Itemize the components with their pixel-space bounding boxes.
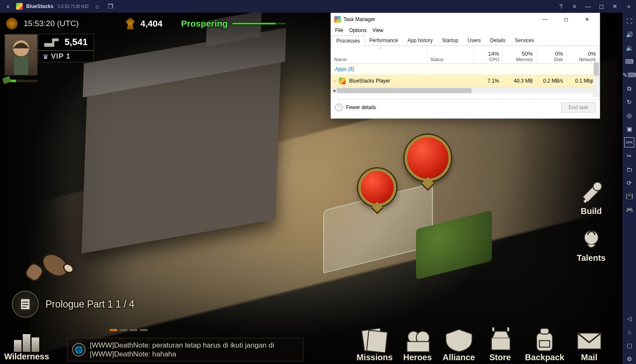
menu-heroes[interactable]: Heroes	[401, 327, 434, 362]
macro-icon[interactable]: ◎	[624, 110, 634, 120]
power-bar[interactable]: 4,404 Prospering	[124, 18, 287, 29]
recents-icon[interactable]: ▢	[624, 340, 634, 351]
harvest-marker-icon[interactable]	[405, 135, 451, 181]
help-icon[interactable]: ?	[556, 1, 566, 11]
col-network[interactable]: 0%Network	[567, 46, 600, 63]
keymap-edit-icon[interactable]: ✎⌨	[624, 70, 634, 80]
game-controls-icon[interactable]: 🎮	[624, 205, 634, 215]
harvest-marker-icon[interactable]	[358, 169, 396, 206]
vip-badge-icon: ♛	[43, 53, 48, 61]
menu-missions[interactable]: Missions	[357, 327, 393, 362]
talents-button[interactable]: Talents	[577, 226, 606, 263]
hamburger-menu-icon[interactable]: ≡	[569, 1, 580, 11]
chat-line: [WWW]DeathNote: peraturan tetap harus di…	[90, 341, 274, 350]
back-icon[interactable]: ◁	[624, 313, 634, 324]
player-profile[interactable]: 5,541 ♛ VIP 1	[4, 34, 94, 76]
menu-alliance[interactable]: Alliance	[443, 327, 475, 362]
apk-install-icon[interactable]: APK	[624, 137, 634, 147]
task-manager-icon	[334, 16, 341, 23]
col-status[interactable]: Status	[427, 46, 473, 63]
fewer-details-label: Fewer details	[346, 104, 376, 110]
power-icon	[124, 18, 136, 29]
pointer-hand-icon	[25, 238, 80, 292]
close-icon[interactable]: ✕	[610, 1, 620, 11]
tm-tab-details[interactable]: Details	[486, 35, 510, 46]
tm-tab-performance[interactable]: Performance	[365, 35, 403, 46]
multi-instance-icon[interactable]: ⧉	[624, 83, 634, 94]
wilderness-button[interactable]: Wilderness	[4, 329, 49, 361]
menu-mail[interactable]: Mail	[573, 327, 606, 362]
tm-tab-services[interactable]: Services	[510, 35, 539, 46]
tm-tab-apphistory[interactable]: App history	[403, 35, 437, 46]
shake-icon[interactable]: 📳	[624, 191, 634, 201]
col-cpu[interactable]: 14%CPU	[473, 46, 503, 63]
bluestacks-titlebar: BlueStacks 5.0.50.7130 N32 ⌂ ❐ ? ≡ — ◻ ✕	[0, 0, 636, 13]
tm-process-row[interactable]: ›BlueStacks Player 7.1% 40.3 MB 0.2 MB/s…	[331, 75, 600, 87]
tm-tab-processes[interactable]: Processes	[332, 35, 365, 46]
expand-chevron-icon[interactable]: ›	[334, 79, 335, 83]
tm-maximize-icon[interactable]: ◻	[557, 13, 575, 25]
volume-down-icon[interactable]: 🔉	[624, 43, 634, 53]
media-folder-icon[interactable]: 🗀	[624, 164, 634, 174]
tm-tab-users[interactable]: Users	[463, 35, 485, 46]
tm-hscrollbar[interactable]: ◀▶	[331, 87, 600, 94]
menu-label: Mail	[581, 353, 598, 362]
world-chat-icon[interactable]: 🌐	[72, 343, 86, 356]
col-memory[interactable]: 50%Memory	[503, 46, 537, 63]
col-name[interactable]: Name	[331, 46, 427, 63]
tm-menu-options[interactable]: Options	[349, 27, 366, 33]
heroes-icon	[401, 327, 434, 353]
quest-tracker[interactable]: Prologue Part 1 1 / 4	[12, 291, 134, 318]
home-icon[interactable]: ⌂	[624, 327, 634, 337]
bs-collapse-right-icon[interactable]	[623, 1, 633, 11]
keymap-icon[interactable]: ⌨	[624, 56, 634, 67]
prosperity-bar	[232, 22, 287, 25]
power-value: 4,404	[140, 19, 163, 29]
volume-up-icon[interactable]: 🔊	[624, 29, 634, 40]
tm-menu-file[interactable]: File	[335, 27, 343, 33]
tm-column-headers: Name Status 14%CPU 50%Memory 0%Disk 0%Ne…	[331, 46, 600, 64]
col-disk[interactable]: 0%Disk	[537, 46, 567, 63]
avatar[interactable]	[4, 34, 38, 76]
bluestacks-app-icon	[339, 78, 346, 84]
build-button[interactable]: Build	[578, 179, 604, 216]
build-label: Build	[581, 206, 602, 216]
svg-point-9	[593, 182, 602, 191]
svg-rect-15	[407, 341, 429, 352]
bs-collapse-left-icon[interactable]	[3, 1, 13, 11]
tm-apps-group[interactable]: Apps (8)	[331, 64, 600, 75]
tm-menu-view[interactable]: View	[373, 27, 384, 33]
task-manager-window[interactable]: Task Manager — ◻ ✕ File Options View Pro…	[330, 13, 600, 119]
home-icon[interactable]: ⌂	[92, 1, 102, 11]
settings-gear-icon[interactable]: ⚙	[624, 354, 634, 364]
menu-label: Missions	[357, 353, 393, 362]
minimize-icon[interactable]: —	[583, 1, 593, 11]
recent-apps-icon[interactable]: ❐	[106, 1, 116, 11]
fullscreen-icon[interactable]: ⛶	[624, 16, 634, 26]
fewer-details-button[interactable]: ⌃ Fewer details	[335, 104, 376, 111]
tm-titlebar[interactable]: Task Manager — ◻ ✕	[331, 13, 600, 26]
menu-backpack[interactable]: Backpack	[525, 327, 564, 362]
end-task-button[interactable]: End task	[561, 102, 596, 112]
resource-chip[interactable]: 5,541	[38, 34, 94, 51]
maximize-icon[interactable]: ◻	[596, 1, 606, 11]
svg-rect-21	[539, 340, 550, 347]
menu-store[interactable]: Store	[484, 327, 517, 362]
tm-vscrollbar[interactable]	[593, 62, 600, 97]
tm-tabs: Processes Performance App history Startu…	[331, 35, 600, 46]
sun-icon	[6, 18, 18, 29]
quest-book-icon[interactable]	[12, 291, 39, 318]
vip-chip[interactable]: ♛ VIP 1	[38, 51, 94, 62]
sync-icon[interactable]: ↻	[624, 97, 634, 107]
process-disk: 0.2 MB/s	[537, 78, 567, 84]
menu-label: Backpack	[525, 353, 564, 362]
menu-label: Heroes	[403, 353, 432, 362]
resource-value: 5,541	[64, 37, 88, 48]
screenshot-icon[interactable]: ✂	[624, 151, 634, 161]
tm-minimize-icon[interactable]: —	[536, 13, 554, 25]
tm-tab-startup[interactable]: Startup	[437, 35, 463, 46]
tm-close-icon[interactable]: ✕	[578, 13, 596, 25]
rotate-icon[interactable]: ⟳	[624, 178, 634, 188]
memory-trim-icon[interactable]: ▣	[624, 124, 634, 134]
chat-panel[interactable]: 🌐 [WWW]DeathNote: peraturan tetap harus …	[67, 338, 303, 361]
